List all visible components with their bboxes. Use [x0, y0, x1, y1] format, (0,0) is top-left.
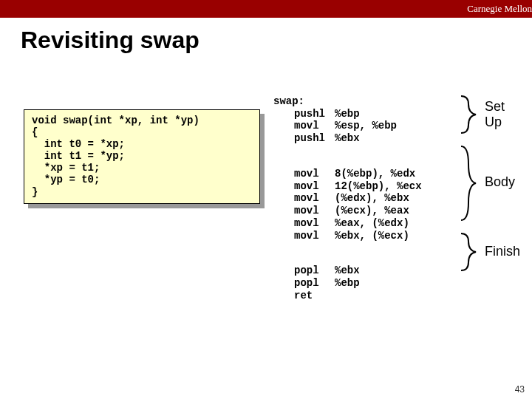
asm-args: %ebx	[335, 132, 360, 144]
c-code-block: void swap(int *xp, int *yp) { int t0 = *…	[24, 109, 260, 204]
asm-op: movl	[294, 217, 335, 230]
asm-args: 12(%ebp), %ecx	[335, 180, 422, 192]
asm-op: pushl	[294, 132, 335, 145]
asm-args: %eax, (%edx)	[335, 217, 409, 229]
c-code: void swap(int *xp, int *yp) { int t0 = *…	[24, 109, 260, 204]
asm-args: %ebp	[335, 277, 360, 289]
brace-icon	[458, 145, 479, 222]
asm-op: movl	[294, 205, 335, 217]
annot-setup: Set Up	[485, 99, 505, 130]
asm-args: %esp, %ebp	[335, 120, 397, 132]
asm-args: (%ecx), %eax	[335, 205, 409, 216]
org-label: Carnegie Mellon	[467, 3, 532, 14]
asm-op: movl	[294, 192, 335, 205]
asm-op: popl	[294, 277, 335, 290]
brace-icon	[458, 232, 479, 272]
asm-args: %ebx	[335, 265, 360, 276]
assembly-listing: swap: pushl%ebp movl%esp, %ebp pushl%ebx…	[273, 83, 422, 302]
annot-body: Body	[485, 174, 515, 190]
asm-op: popl	[294, 265, 335, 277]
asm-label: swap:	[273, 95, 304, 107]
asm-op: movl	[294, 168, 335, 180]
header-bar: Carnegie Mellon	[0, 0, 532, 18]
slide-title: Revisiting swap	[21, 27, 532, 54]
annot-finish: Finish	[485, 244, 520, 259]
asm-op: pushl	[294, 108, 335, 120]
asm-op: movl	[294, 120, 335, 132]
asm-op: movl	[294, 180, 335, 193]
asm-args: 8(%ebp), %edx	[335, 168, 415, 180]
asm-op: movl	[294, 230, 335, 242]
asm-args: %ebx, (%ecx)	[335, 230, 409, 242]
annot-setup-l1: Set	[485, 99, 505, 114]
annot-setup-l2: Up	[485, 115, 502, 129]
asm-op: ret	[294, 290, 335, 302]
asm-args: %ebp	[335, 108, 360, 120]
brace-icon	[458, 95, 479, 134]
page-number: 43	[515, 384, 525, 395]
asm-args: (%edx), %ebx	[335, 192, 409, 204]
